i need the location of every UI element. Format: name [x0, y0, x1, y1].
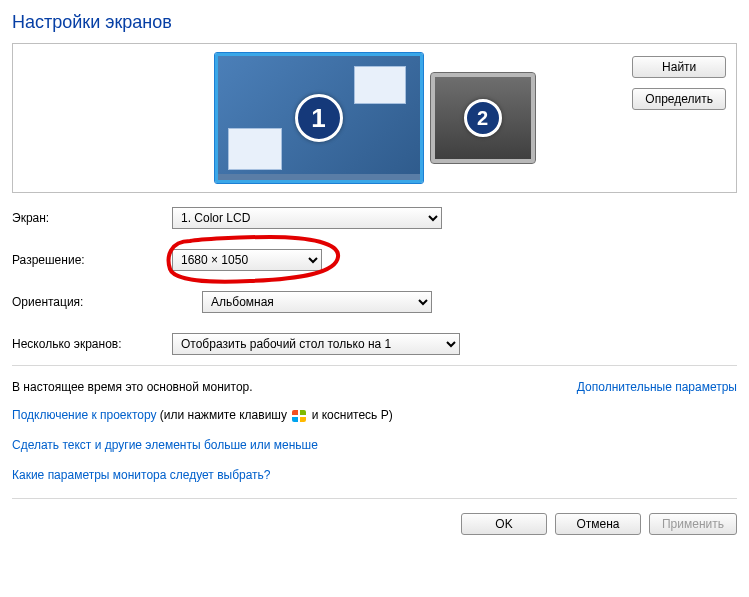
- screen-label: Экран:: [12, 211, 172, 225]
- multiple-displays-select[interactable]: Отобразить рабочий стол только на 1: [172, 333, 460, 355]
- apply-button: Применить: [649, 513, 737, 535]
- primary-monitor-status: В настоящее время это основной монитор.: [12, 380, 253, 394]
- projector-hint-text: (или нажмите клавишу: [157, 408, 291, 422]
- separator: [12, 365, 737, 366]
- orientation-select[interactable]: Альбомная: [202, 291, 432, 313]
- screen-select[interactable]: 1. Color LCD: [172, 207, 442, 229]
- projector-link[interactable]: Подключение к проектору: [12, 408, 157, 422]
- preview-window-icon: [228, 128, 282, 170]
- which-settings-link[interactable]: Какие параметры монитора следует выбрать…: [12, 468, 271, 482]
- orientation-label: Ориентация:: [12, 295, 172, 309]
- text-size-link[interactable]: Сделать текст и другие элементы больше и…: [12, 438, 318, 452]
- page-title: Настройки экранов: [12, 12, 737, 33]
- separator: [12, 498, 737, 499]
- preview-window-icon: [354, 66, 406, 104]
- preview-taskbar: [218, 174, 420, 180]
- monitor-2[interactable]: 2: [431, 73, 535, 163]
- monitor-number-badge: 1: [295, 94, 343, 142]
- display-preview-panel: 1 2 Найти Определить: [12, 43, 737, 193]
- advanced-settings-link[interactable]: Дополнительные параметры: [577, 380, 737, 394]
- identify-button[interactable]: Определить: [632, 88, 726, 110]
- monitor-number-badge: 2: [464, 99, 502, 137]
- windows-key-icon: [292, 410, 306, 422]
- monitor-1[interactable]: 1: [215, 53, 423, 183]
- resolution-select[interactable]: 1680 × 1050: [172, 249, 322, 271]
- resolution-label: Разрешение:: [12, 253, 172, 267]
- projector-hint-text: и коснитесь P): [308, 408, 392, 422]
- monitor-arrangement[interactable]: 1 2: [215, 53, 535, 183]
- find-button[interactable]: Найти: [632, 56, 726, 78]
- ok-button[interactable]: OK: [461, 513, 547, 535]
- multiple-displays-label: Несколько экранов:: [12, 337, 172, 351]
- cancel-button[interactable]: Отмена: [555, 513, 641, 535]
